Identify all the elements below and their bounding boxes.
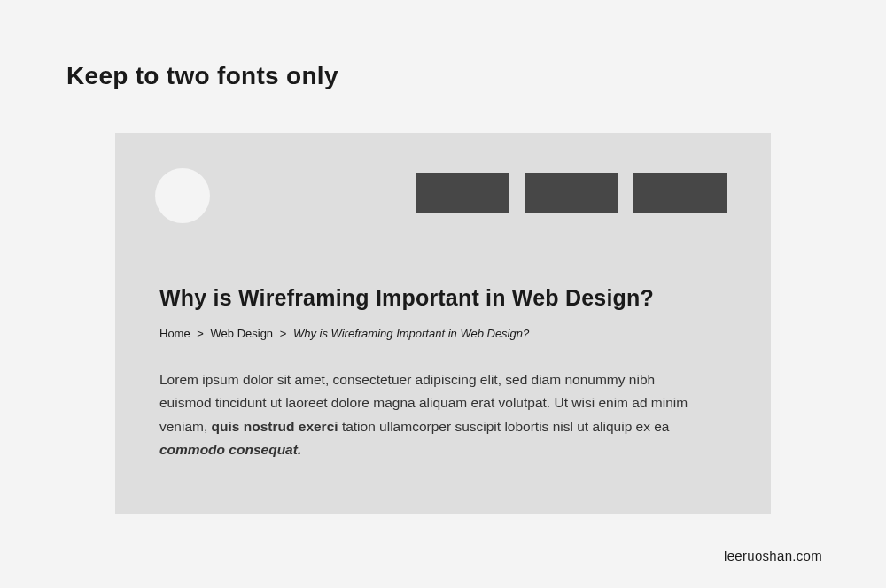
- nav-placeholder-group: [416, 173, 727, 213]
- nav-placeholder-item: [633, 173, 727, 213]
- nav-placeholder-item: [525, 173, 618, 213]
- logo-placeholder: [155, 168, 210, 223]
- body-bold-text: quis nostrud exerci: [212, 419, 338, 434]
- article-title: Why is Wireframing Important in Web Desi…: [159, 285, 727, 311]
- nav-placeholder-item: [416, 173, 509, 213]
- wireframe-card: Why is Wireframing Important in Web Desi…: [115, 133, 771, 514]
- article-body: Lorem ipsum dolor sit amet, consectetuer…: [159, 368, 709, 461]
- breadcrumb-item: Web Design: [211, 327, 274, 340]
- wireframe-header: [159, 168, 727, 223]
- body-text: tation ullamcorper suscipit lobortis nis…: [338, 419, 670, 434]
- breadcrumb-separator: >: [280, 327, 287, 340]
- footer-credit: leeruoshan.com: [724, 548, 822, 563]
- breadcrumb: Home > Web Design > Why is Wireframing I…: [159, 327, 727, 340]
- breadcrumb-item: Home: [159, 327, 190, 340]
- body-bolditalic-text: commodo consequat.: [159, 442, 301, 457]
- breadcrumb-current: Why is Wireframing Important in Web Desi…: [293, 327, 529, 340]
- breadcrumb-separator: >: [197, 327, 204, 340]
- page-title: Keep to two fonts only: [66, 62, 338, 90]
